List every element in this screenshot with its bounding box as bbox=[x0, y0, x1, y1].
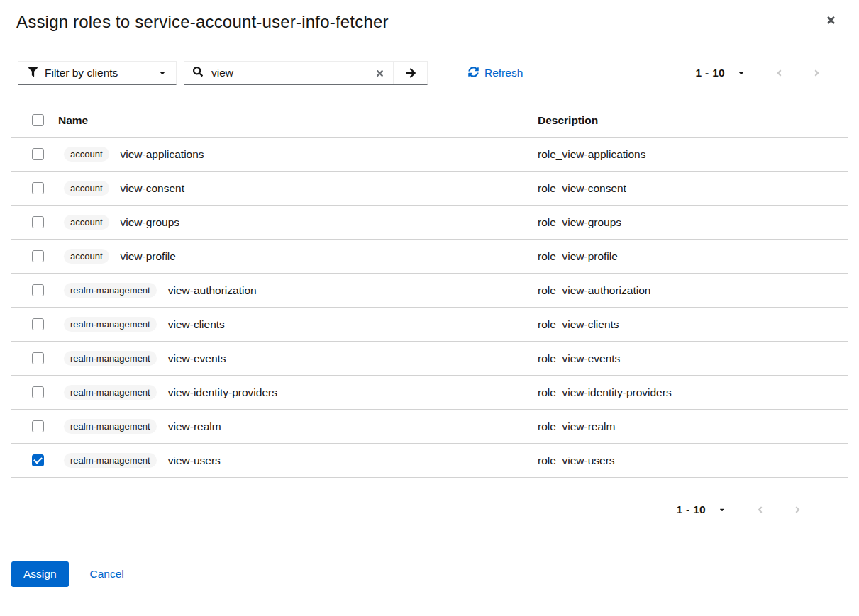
row-checkbox[interactable] bbox=[32, 318, 44, 330]
arrow-right-icon bbox=[405, 70, 416, 81]
role-name: view-groups bbox=[121, 216, 180, 229]
table-row: account view-applications role_view-appl… bbox=[11, 138, 848, 172]
search-icon bbox=[184, 67, 210, 79]
role-description: role_view-groups bbox=[538, 216, 848, 229]
chevron-left-icon bbox=[776, 69, 782, 80]
roles-table: Name Description account view-applicatio… bbox=[11, 103, 848, 478]
table-header: Name Description bbox=[11, 103, 848, 138]
assign-roles-modal: Assign roles to service-account-user-inf… bbox=[0, 0, 859, 587]
toolbar: Filter by clients Refresh 1 - 10 bbox=[18, 51, 848, 95]
caret-down-icon bbox=[719, 505, 726, 515]
cancel-button[interactable]: Cancel bbox=[90, 561, 124, 587]
client-badge: account bbox=[64, 147, 109, 162]
filter-icon bbox=[28, 67, 38, 79]
client-badge: realm-management bbox=[64, 351, 157, 366]
client-badge: realm-management bbox=[64, 317, 157, 332]
client-badge: account bbox=[64, 215, 109, 230]
role-name: view-applications bbox=[121, 148, 204, 161]
row-checkbox[interactable] bbox=[32, 216, 44, 228]
refresh-icon bbox=[468, 67, 479, 80]
role-name: view-realm bbox=[168, 420, 221, 433]
role-description: role_view-events bbox=[538, 352, 848, 365]
role-description: role_view-identity-providers bbox=[538, 386, 848, 399]
page-title: Assign roles to service-account-user-inf… bbox=[16, 11, 389, 33]
row-checkbox[interactable] bbox=[32, 284, 44, 296]
row-checkbox[interactable] bbox=[32, 454, 44, 466]
row-checkbox[interactable] bbox=[32, 148, 44, 160]
pagination-range: 1 - 10 bbox=[677, 503, 706, 516]
column-header-description: Description bbox=[538, 114, 848, 127]
modal-header: Assign roles to service-account-user-inf… bbox=[11, 11, 848, 33]
client-badge: realm-management bbox=[64, 453, 157, 468]
row-checkbox[interactable] bbox=[32, 352, 44, 364]
column-header-name: Name bbox=[58, 114, 538, 127]
prev-page-button[interactable] bbox=[750, 500, 770, 519]
role-name: view-profile bbox=[121, 250, 176, 263]
pagination-top: 1 - 10 bbox=[696, 64, 827, 82]
client-badge: account bbox=[64, 181, 109, 196]
pagination-bottom: 1 - 10 bbox=[677, 500, 808, 519]
role-description: role_view-users bbox=[538, 454, 848, 467]
role-description: role_view-applications bbox=[538, 148, 848, 161]
table-row: realm-management view-realm role_view-re… bbox=[11, 410, 848, 444]
table-row: realm-management view-users role_view-us… bbox=[11, 444, 848, 478]
table-row: account view-consent role_view-consent bbox=[11, 172, 848, 206]
table-row: realm-management view-clients role_view-… bbox=[11, 308, 848, 342]
select-all-checkbox[interactable] bbox=[32, 114, 44, 126]
chevron-down-icon bbox=[159, 67, 166, 79]
close-button[interactable] bbox=[820, 9, 842, 31]
close-icon bbox=[826, 17, 836, 28]
role-name: view-clients bbox=[168, 318, 225, 331]
table-row: realm-management view-identity-providers… bbox=[11, 376, 848, 410]
role-name: view-users bbox=[168, 454, 221, 467]
table-row: account view-profile role_view-profile bbox=[11, 240, 848, 274]
toolbar-divider bbox=[445, 52, 445, 94]
pagination-menu-toggle[interactable] bbox=[714, 502, 730, 517]
filter-label: Filter by clients bbox=[45, 67, 118, 79]
client-badge: realm-management bbox=[64, 283, 157, 298]
prev-page-button[interactable] bbox=[769, 64, 789, 82]
pagination-range: 1 - 10 bbox=[696, 67, 725, 79]
table-row: account view-groups role_view-groups bbox=[11, 206, 848, 240]
clear-search-button[interactable] bbox=[367, 69, 393, 78]
client-badge: realm-management bbox=[64, 419, 157, 434]
next-page-button[interactable] bbox=[807, 64, 827, 82]
pagination-menu-toggle[interactable] bbox=[733, 65, 749, 81]
row-checkbox[interactable] bbox=[32, 182, 44, 194]
role-name: view-consent bbox=[121, 182, 184, 195]
refresh-label: Refresh bbox=[484, 67, 523, 79]
row-checkbox[interactable] bbox=[32, 250, 44, 262]
row-checkbox[interactable] bbox=[32, 420, 44, 432]
chevron-left-icon bbox=[757, 506, 763, 517]
role-description: role_view-realm bbox=[538, 420, 848, 433]
client-badge: realm-management bbox=[64, 385, 157, 400]
client-badge: account bbox=[64, 249, 109, 264]
table-row: realm-management view-events role_view-e… bbox=[11, 342, 848, 376]
chevron-right-icon bbox=[814, 69, 820, 80]
filter-dropdown[interactable]: Filter by clients bbox=[18, 61, 177, 85]
role-description: role_view-profile bbox=[538, 250, 848, 263]
chevron-right-icon bbox=[794, 506, 801, 517]
role-description: role_view-clients bbox=[538, 318, 848, 331]
assign-button[interactable]: Assign bbox=[11, 561, 69, 587]
search-group bbox=[184, 61, 428, 85]
role-name: view-authorization bbox=[168, 284, 257, 297]
role-description: role_view-authorization bbox=[538, 284, 848, 297]
role-name: view-identity-providers bbox=[168, 386, 277, 399]
clear-icon bbox=[375, 69, 384, 80]
row-checkbox[interactable] bbox=[32, 386, 44, 398]
table-body: account view-applications role_view-appl… bbox=[11, 138, 848, 478]
role-name: view-events bbox=[168, 352, 226, 365]
search-submit-button[interactable] bbox=[393, 62, 427, 84]
modal-footer: Assign Cancel bbox=[11, 561, 848, 587]
next-page-button[interactable] bbox=[787, 500, 808, 519]
refresh-button[interactable]: Refresh bbox=[468, 67, 523, 80]
caret-down-icon bbox=[738, 68, 745, 79]
role-description: role_view-consent bbox=[538, 182, 848, 195]
search-input[interactable] bbox=[210, 66, 367, 80]
table-row: realm-management view-authorization role… bbox=[11, 274, 848, 308]
